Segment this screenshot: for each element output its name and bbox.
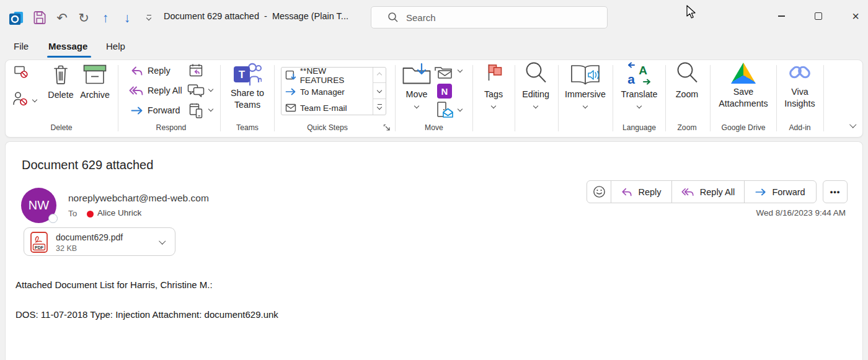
- reply-button[interactable]: [131, 66, 143, 76]
- save-attachments-button[interactable]: [731, 63, 756, 84]
- group-label-zoom: Zoom: [677, 123, 696, 132]
- translate-lower-glyph: a: [627, 72, 635, 86]
- actions-icon: [435, 101, 454, 118]
- zoom-button[interactable]: [675, 61, 699, 86]
- quick-steps-scroll-up[interactable]: [373, 68, 386, 83]
- close-button[interactable]: ×: [841, 4, 868, 29]
- editing-button[interactable]: [524, 61, 547, 86]
- block-sender-button[interactable]: [12, 90, 29, 107]
- group-label-addin: Add-in: [789, 123, 810, 132]
- viva-insights-button[interactable]: [787, 61, 812, 86]
- reactions-button[interactable]: [587, 181, 611, 203]
- quick-step-team-email[interactable]: Team E-mail: [281, 100, 372, 116]
- group-divider: [823, 65, 824, 131]
- chevron-down-icon: [208, 87, 213, 92]
- immersive-dropdown[interactable]: [579, 104, 591, 108]
- actions-dropdown[interactable]: [454, 107, 466, 111]
- message-action-bar: Reply Reply All Forward: [587, 180, 817, 203]
- share-to-teams-label-line2: Teams: [234, 100, 260, 110]
- new-features-icon: [285, 70, 296, 81]
- group-label-respond: Respond: [156, 123, 187, 132]
- magnifier-icon: [524, 61, 547, 86]
- reply-all-button-label[interactable]: Reply All: [148, 86, 182, 95]
- forward-button-label[interactable]: Forward: [148, 105, 180, 115]
- attachment-dropdown[interactable]: [156, 239, 169, 244]
- minimize-button[interactable]: [767, 4, 795, 29]
- translate-button[interactable]: A a: [626, 61, 652, 86]
- block-sender-dropdown[interactable]: [29, 98, 41, 102]
- delete-button[interactable]: [53, 64, 69, 86]
- quick-step-to-manager[interactable]: To Manager: [281, 84, 372, 100]
- rules-dropdown[interactable]: [454, 68, 466, 72]
- chevron-down-icon: [414, 103, 419, 108]
- tags-button[interactable]: [485, 63, 503, 82]
- teams-icon: T: [233, 62, 262, 87]
- reply-all-message-button[interactable]: Reply All: [671, 181, 744, 203]
- group-label-move: Move: [425, 123, 443, 132]
- search-input[interactable]: [405, 12, 593, 24]
- more-actions-button[interactable]: •••: [823, 180, 848, 203]
- next-item-button[interactable]: ↓: [118, 9, 136, 26]
- group-label-language: Language: [622, 123, 656, 132]
- tab-help[interactable]: Help: [106, 41, 125, 51]
- move-button[interactable]: [402, 63, 432, 86]
- undo-button[interactable]: ↶: [53, 9, 71, 26]
- move-dropdown[interactable]: [410, 104, 423, 108]
- outlook-app-icon[interactable]: [7, 9, 25, 26]
- search-box[interactable]: [371, 6, 608, 29]
- window-title: Document 629 attached - Message (Plain T…: [164, 11, 348, 21]
- customize-quick-access-toolbar-button[interactable]: [140, 9, 157, 26]
- device-dropdown[interactable]: [205, 107, 217, 111]
- share-to-device-button[interactable]: [189, 103, 203, 119]
- pdf-label-glyph: PDF: [35, 245, 44, 250]
- immersive-button[interactable]: [569, 64, 601, 86]
- quick-steps-scrollbar: [373, 68, 386, 115]
- sent-date: Wed 8/16/2023 9:44 AM: [756, 208, 846, 217]
- reply-all-icon: [681, 188, 694, 196]
- quick-steps-dialog-launcher[interactable]: [383, 124, 391, 131]
- tab-file[interactable]: File: [14, 41, 29, 51]
- quick-step-label: Team E-mail: [300, 103, 347, 113]
- redo-button[interactable]: ↻: [75, 9, 92, 26]
- meeting-button[interactable]: [189, 63, 203, 77]
- mark-actions-button[interactable]: [435, 101, 454, 118]
- maximize-icon: [815, 12, 822, 20]
- translate-dropdown[interactable]: [633, 104, 645, 108]
- recipient-name[interactable]: Alice Uhrick: [97, 208, 141, 217]
- tags-button-label: Tags: [484, 89, 503, 99]
- editing-dropdown[interactable]: [529, 104, 542, 108]
- onenote-button[interactable]: N: [436, 83, 453, 99]
- archive-button[interactable]: [83, 64, 107, 85]
- collapse-ribbon-button[interactable]: [847, 122, 859, 127]
- previous-item-button[interactable]: ↑: [97, 9, 114, 26]
- message-subject: Document 629 attached: [22, 158, 153, 172]
- forward-message-button[interactable]: Forward: [744, 181, 816, 203]
- rules-button[interactable]: [434, 64, 454, 79]
- immersive-reader-icon: [569, 64, 601, 86]
- maximize-button[interactable]: [804, 4, 833, 29]
- move-button-label: Move: [406, 89, 428, 99]
- move-icon: [402, 63, 432, 86]
- forward-button[interactable]: [131, 107, 143, 115]
- quick-step-label: To Manager: [300, 87, 345, 97]
- sender-address[interactable]: noreplywebchart@med-web.com: [68, 193, 209, 204]
- chat-icon: [187, 84, 205, 97]
- tags-dropdown[interactable]: [487, 104, 500, 108]
- tab-message[interactable]: Message: [48, 41, 87, 51]
- reply-button-label[interactable]: Reply: [148, 66, 170, 76]
- forward-icon: [131, 107, 143, 115]
- chat-dropdown[interactable]: [205, 87, 217, 91]
- ignore-button[interactable]: [14, 64, 29, 79]
- chevron-down-icon: [377, 88, 382, 93]
- viva-insights-label-line1: Viva: [791, 87, 808, 97]
- chat-button[interactable]: [187, 84, 205, 97]
- chevron-down-icon: [377, 105, 382, 110]
- reply-all-button[interactable]: [129, 86, 144, 95]
- quick-step-new-features[interactable]: **NEW FEATURES: [281, 68, 372, 84]
- save-button[interactable]: [31, 9, 48, 26]
- quick-steps-scroll-down[interactable]: [373, 83, 386, 99]
- quick-steps-more[interactable]: [373, 99, 386, 115]
- viva-insights-icon: [787, 61, 812, 86]
- reply-message-button[interactable]: Reply: [611, 181, 671, 203]
- share-to-teams-button[interactable]: T: [233, 62, 262, 87]
